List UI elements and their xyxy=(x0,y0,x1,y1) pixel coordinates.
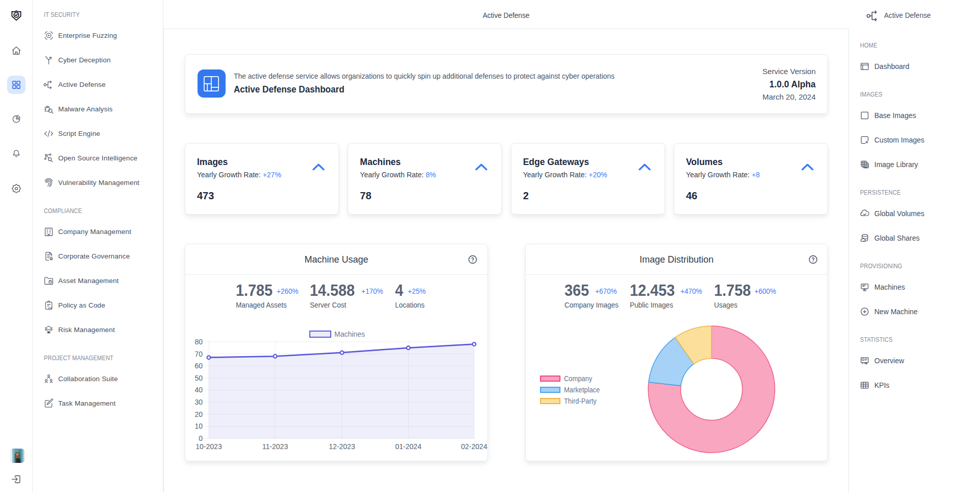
svg-text:80: 80 xyxy=(194,338,203,346)
svg-text:12-2023: 12-2023 xyxy=(329,442,355,451)
svg-text:11-2023: 11-2023 xyxy=(262,442,288,451)
svg-text:30: 30 xyxy=(194,398,203,406)
svg-text:01-2024: 01-2024 xyxy=(395,442,422,451)
svg-text:20: 20 xyxy=(194,410,203,418)
svg-text:02-2024: 02-2024 xyxy=(461,442,487,451)
svg-text:50: 50 xyxy=(194,374,203,382)
svg-text:10: 10 xyxy=(194,422,203,430)
svg-text:10-2023: 10-2023 xyxy=(195,442,222,451)
svg-text:0: 0 xyxy=(199,434,203,442)
svg-text:60: 60 xyxy=(194,362,203,370)
svg-text:70: 70 xyxy=(194,350,203,358)
svg-text:Machines: Machines xyxy=(334,330,365,338)
svg-text:40: 40 xyxy=(194,386,203,394)
